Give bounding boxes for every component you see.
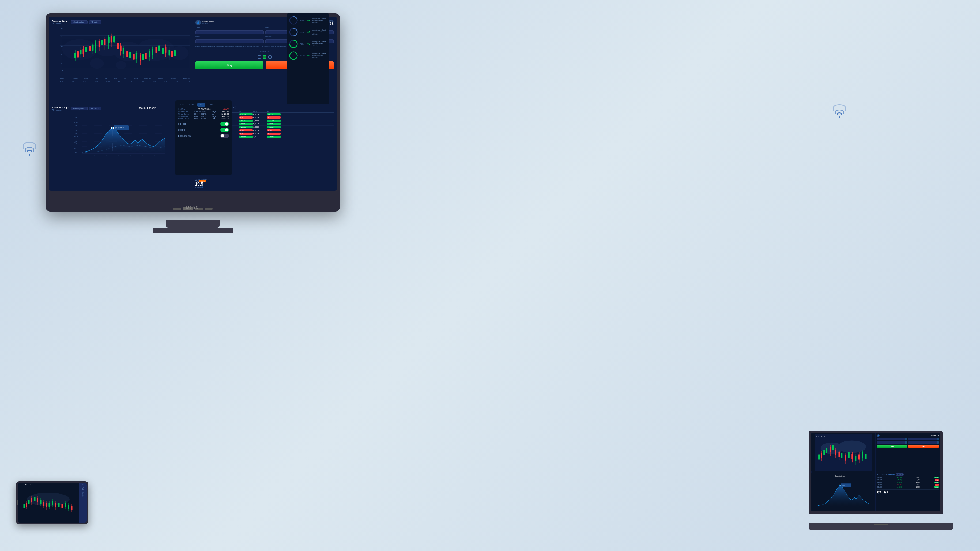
checkbox-item-3[interactable] bbox=[268, 56, 272, 59]
svg-rect-72 bbox=[174, 50, 176, 56]
svg-rect-64 bbox=[162, 48, 164, 54]
svg-text:null: null bbox=[74, 132, 76, 134]
trade-stat-mined-coins: Mined Coins 34.00 (+4.12%) Low $1,421.33 bbox=[178, 113, 229, 115]
svg-rect-42 bbox=[126, 51, 128, 57]
svg-text:$144.41: $144.41 bbox=[842, 486, 845, 486]
price-select[interactable] bbox=[196, 39, 264, 43]
checkbox-1[interactable] bbox=[258, 56, 261, 59]
wifi-arc-right-mid bbox=[835, 110, 844, 114]
checkbox-item-1[interactable] bbox=[258, 56, 261, 59]
toggle-label-stocks: Stocks bbox=[178, 129, 185, 131]
toggle-thumb-fullcell bbox=[225, 123, 228, 126]
svg-rect-32 bbox=[111, 36, 112, 43]
checkbox-3[interactable] bbox=[268, 56, 272, 59]
price-form-group: Price bbox=[196, 36, 264, 43]
laptop-panel-trade: 👤 1,211,79 $ Buy Sell bbox=[876, 433, 940, 472]
trade-stat-market-cap: Market Cap 34.00 (+4.12%) Higt 4,801.21 bbox=[178, 111, 229, 113]
toggle-thumb-stocks bbox=[225, 128, 228, 131]
svg-point-147 bbox=[839, 485, 840, 486]
svg-rect-26 bbox=[101, 40, 103, 45]
svg-text:Bitcoin / Litecoin: Bitcoin / Litecoin bbox=[835, 475, 845, 477]
ticker-usd[interactable]: USD bbox=[197, 103, 205, 107]
user-subtitle: @admin bbox=[202, 23, 214, 24]
user-info: 👤 William Mason @admin bbox=[196, 20, 214, 25]
btc-dropdown-stats[interactable]: All stats bbox=[89, 107, 101, 110]
svg-rect-44 bbox=[129, 52, 130, 58]
svg-text:Thu: Thu bbox=[75, 142, 77, 144]
laptop-panel-btc: Bitcoin / Litecoin Thu 14/5/2019 $144.41 bbox=[811, 472, 875, 511]
svg-text:null: null bbox=[74, 124, 76, 126]
panel-header-top-left: Statistic Graph All members All categori… bbox=[52, 20, 190, 24]
ticker-ltc[interactable]: LTC bbox=[207, 103, 215, 107]
monitor-btn-1[interactable] bbox=[173, 208, 181, 210]
progress-circle-100 bbox=[289, 51, 298, 61]
svg-rect-34 bbox=[113, 37, 115, 42]
svg-rect-174 bbox=[52, 501, 53, 505]
svg-rect-58 bbox=[151, 49, 153, 55]
svg-rect-131 bbox=[845, 455, 846, 460]
dropdown-categories[interactable]: All categories bbox=[71, 20, 88, 24]
svg-rect-10 bbox=[77, 51, 79, 57]
svg-rect-139 bbox=[858, 454, 860, 459]
phone-label-3: Industry bbox=[82, 492, 84, 497]
time-labels: 4:00 15:00 01:00 11:00 22:00 4:00 15:00 … bbox=[60, 81, 190, 82]
svg-text:Fri: Fri bbox=[75, 148, 76, 149]
svg-rect-60 bbox=[155, 47, 157, 53]
svg-rect-8 bbox=[75, 53, 76, 58]
svg-rect-52 bbox=[142, 54, 144, 60]
price-select-wrapper bbox=[196, 38, 264, 43]
candlestick-svg bbox=[60, 25, 190, 75]
svg-rect-70 bbox=[171, 51, 173, 57]
checkbox-item-2[interactable] bbox=[263, 56, 266, 59]
toggle-bankbonds[interactable] bbox=[220, 134, 229, 138]
phone-candlestick-svg bbox=[19, 486, 78, 518]
svg-rect-186 bbox=[71, 506, 73, 510]
svg-rect-127 bbox=[838, 452, 840, 457]
price-label: Price bbox=[196, 36, 264, 38]
svg-rect-16 bbox=[86, 47, 87, 52]
svg-point-152 bbox=[27, 493, 70, 506]
checkbox-2[interactable] bbox=[263, 56, 266, 59]
trade-select[interactable] bbox=[196, 30, 264, 34]
laptop-panel-watchlist: WATCHLIST 14/5/2019 21/3/2019 EUR/USD (+… bbox=[876, 472, 940, 511]
panel-title-statgraph: Statistic Graph bbox=[52, 20, 69, 22]
svg-rect-184 bbox=[68, 505, 69, 509]
wifi-dot-right bbox=[838, 116, 840, 118]
svg-rect-28 bbox=[104, 39, 105, 45]
toggle-label-bankbonds: Bank bonds bbox=[178, 134, 191, 137]
svg-rect-38 bbox=[120, 46, 122, 51]
svg-text:|: | bbox=[154, 155, 154, 156]
dropdown-stats[interactable]: All stats bbox=[89, 20, 101, 24]
monitor-stand bbox=[166, 220, 220, 228]
ticker-btc[interactable]: BTC bbox=[178, 103, 186, 107]
svg-point-108 bbox=[290, 52, 297, 59]
monitor-brand: BenQ bbox=[186, 205, 199, 209]
svg-rect-54 bbox=[145, 53, 147, 59]
panel-btc-side: BTC ETH USD LTC Last Trade: 19:01 (*$144… bbox=[175, 100, 232, 175]
svg-rect-56 bbox=[149, 51, 151, 57]
svg-rect-135 bbox=[851, 454, 853, 459]
panel-progress-indicators: 25% 01 Lorem ipsum dolor sit amet consec… bbox=[286, 13, 329, 104]
btc-dropdown-categories[interactable]: All categories bbox=[71, 107, 88, 110]
toggle-fullcell[interactable] bbox=[220, 122, 229, 126]
monitor-btn-3[interactable] bbox=[205, 208, 213, 210]
svg-rect-123 bbox=[832, 445, 834, 450]
svg-rect-178 bbox=[58, 503, 60, 506]
buy-button[interactable]: Buy bbox=[196, 61, 264, 69]
progress-circle-25 bbox=[289, 16, 298, 25]
trade-stats-grid: Last Trade: 19:01 (*$144.41) -0.44% Mark… bbox=[178, 108, 229, 120]
crypto-strip: Currency-Stocks BTC COMING 19.5 Invested bbox=[195, 177, 334, 188]
progress-item-3: 75% 03 Lorem ipsum dolor sit amet consec… bbox=[289, 39, 327, 49]
laptop-panel-candlestick: Statistic Graph bbox=[811, 433, 875, 472]
monitor-base bbox=[153, 228, 233, 233]
x-axis-labels: January February March April May June Ju… bbox=[60, 77, 190, 79]
laptop-screen: Statistic Graph 👤 1,211,79 $ Buy Sell bbox=[809, 430, 942, 513]
svg-rect-12 bbox=[80, 49, 81, 54]
toggle-stocks[interactable] bbox=[220, 128, 229, 132]
svg-rect-22 bbox=[95, 43, 96, 48]
phone: All stats ▼ All categories ▼ bbox=[16, 481, 88, 524]
trade-label: Trade bbox=[196, 27, 264, 29]
ticker-eth[interactable]: ETH bbox=[188, 103, 195, 107]
svg-rect-68 bbox=[169, 49, 170, 56]
svg-text:$144.41: $144.41 bbox=[115, 128, 119, 129]
